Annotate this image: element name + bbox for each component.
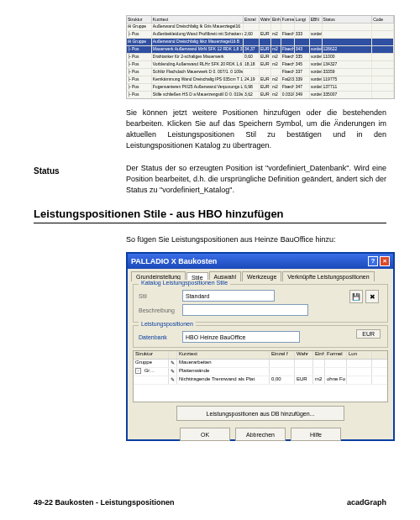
dialog-title: PALLADIO X Baukosten	[131, 257, 217, 265]
help-icon[interactable]: ?	[368, 256, 378, 266]
cancel-button[interactable]: Abbrechen	[235, 428, 286, 441]
beschreibung-label: Beschreibung	[139, 307, 179, 313]
footer-right: acadGraph	[347, 498, 386, 507]
ok-button[interactable]: OK	[180, 428, 230, 441]
footer-left: 49-22 Baukosten - Leistungspositionen	[34, 498, 175, 507]
paragraph-1: Sie können jetzt weitere Positionen hinz…	[126, 108, 386, 151]
stil-dropdown[interactable]	[182, 290, 275, 302]
group-leistungspositionen: Leistungspositionen EUR Datenbank	[133, 325, 388, 348]
save-icon[interactable]: 💾	[349, 290, 363, 303]
intro-text: So fügen Sie Leistungspositionen aus Hei…	[126, 235, 386, 244]
status-heading: Status	[34, 166, 60, 176]
datenbank-label: Datenbank	[139, 334, 179, 340]
close-icon[interactable]: ×	[380, 256, 390, 266]
section-heading: Leistungspositionen Stile - aus HBO hinz…	[34, 207, 386, 223]
help-button[interactable]: Hilfe	[291, 428, 341, 441]
currency-button[interactable]: EUR	[356, 329, 381, 339]
positions-table: StrukturKurztextEinzelWahrEinhFormelLung…	[126, 15, 395, 99]
group-katalog: Katalog Leistungspositionen Stile 💾 ✖ St…	[133, 284, 388, 323]
baukosten-dialog: PALLADIO X Baukosten ? × Grundeinstellun…	[126, 252, 395, 441]
datenbank-dropdown[interactable]	[182, 331, 300, 343]
tab-verknüpfte-leistungspositionen[interactable]: Verknüpfte Leistungspositionen	[282, 271, 374, 281]
delete-icon[interactable]: ✖	[365, 290, 379, 303]
group-katalog-legend: Katalog Leistungspositionen Stile	[139, 280, 230, 286]
add-from-db-button[interactable]: Leistungspositionen aus DB hinzufügen...	[176, 406, 344, 421]
group-lp-legend: Leistungspositionen	[139, 321, 196, 327]
paragraph-2: Der Status der so erzeugten Position ist…	[126, 163, 386, 196]
tab-werkzeuge[interactable]: Werkzeuge	[242, 271, 281, 281]
mini-positions-table[interactable]: StrukturKurztextEinzel fWahrEinhFormelLu…	[133, 350, 388, 402]
dialog-titlebar: PALLADIO X Baukosten ? ×	[128, 254, 393, 269]
beschreibung-input[interactable]	[182, 304, 308, 316]
stil-label: Stil	[139, 293, 179, 299]
